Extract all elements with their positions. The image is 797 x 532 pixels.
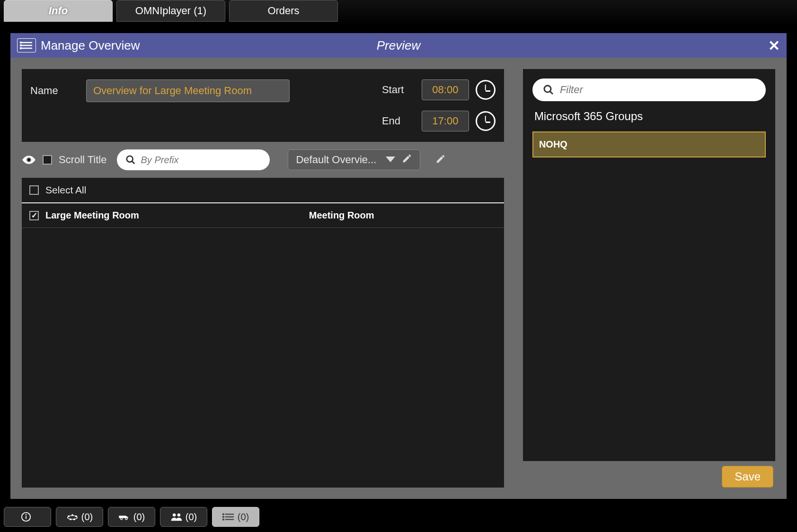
scroll-title-row: Scroll Title Default Overvie... <box>22 148 504 172</box>
eye-icon[interactable] <box>22 153 36 167</box>
bottom-meeting[interactable]: (0) <box>56 507 103 527</box>
right-pane: Microsoft 365 Groups NOHQ Save <box>523 69 775 488</box>
tab-info[interactable]: Info <box>4 0 113 22</box>
svg-point-19 <box>70 518 71 520</box>
template-selected: Default Overvie... <box>296 154 376 166</box>
bottom-info[interactable] <box>4 507 51 527</box>
tab-orders[interactable]: Orders <box>229 0 338 22</box>
pencil-icon[interactable] <box>402 153 412 166</box>
svg-point-7 <box>127 156 133 162</box>
svg-rect-4 <box>20 44 22 46</box>
svg-line-11 <box>550 91 553 94</box>
svg-line-8 <box>132 161 135 164</box>
start-time-input[interactable] <box>422 79 469 100</box>
left-pane: Name Start End <box>22 69 504 488</box>
select-all-row[interactable]: Select All <box>22 178 504 203</box>
scroll-title-label: Scroll Title <box>59 154 106 166</box>
svg-point-16 <box>68 515 70 517</box>
panel-body: Name Start End <box>10 58 787 499</box>
list-item[interactable]: Large Meeting Room Meeting Room <box>22 203 504 228</box>
scroll-title-checkbox[interactable] <box>43 155 52 165</box>
svg-marker-9 <box>386 157 395 162</box>
manage-overview-panel: Manage Overview Preview ✕ Name Start <box>10 33 787 499</box>
name-label: Name <box>30 85 73 97</box>
groups-panel: Microsoft 365 Groups NOHQ <box>523 69 775 461</box>
group-name: NOHQ <box>539 139 567 149</box>
start-label: Start <box>382 84 415 96</box>
svg-point-14 <box>26 514 27 515</box>
list-icon <box>17 38 36 52</box>
end-label: End <box>382 115 415 127</box>
svg-rect-30 <box>222 519 224 521</box>
name-input[interactable] <box>86 79 290 102</box>
bottom-bar: (0) (0) (0) (0) <box>4 506 793 528</box>
filter-input[interactable] <box>560 84 755 96</box>
clock-icon[interactable] <box>476 80 496 100</box>
rooms-list: Select All Large Meeting Room Meeting Ro… <box>22 178 504 488</box>
template-select[interactable]: Default Overvie... <box>288 149 420 170</box>
form-panel: Name Start End <box>22 69 504 142</box>
bottom-people[interactable]: (0) <box>160 507 207 527</box>
top-tabs: Info OMNIplayer (1) Orders <box>0 0 797 26</box>
count: (0) <box>238 512 249 523</box>
svg-point-17 <box>71 514 73 516</box>
close-icon[interactable]: ✕ <box>768 37 780 54</box>
filter-search[interactable] <box>532 78 766 101</box>
save-button[interactable]: Save <box>722 466 773 488</box>
panel-title: Manage Overview <box>41 38 140 53</box>
tab-omniplayer[interactable]: OMNIplayer (1) <box>116 0 225 22</box>
room-type: Meeting Room <box>309 210 374 221</box>
svg-rect-28 <box>222 514 224 515</box>
select-all-checkbox[interactable] <box>29 185 39 195</box>
bottom-transport[interactable]: (0) <box>108 507 155 527</box>
clock-icon[interactable] <box>476 111 496 131</box>
row-checkbox[interactable] <box>29 211 39 220</box>
svg-point-10 <box>544 86 551 92</box>
svg-point-20 <box>73 518 75 520</box>
svg-point-24 <box>177 514 180 517</box>
svg-rect-5 <box>20 47 22 49</box>
tab-label: Orders <box>267 5 299 17</box>
prefix-input[interactable] <box>141 155 261 166</box>
groups-title: Microsoft 365 Groups <box>532 110 766 123</box>
panel-header: Manage Overview Preview ✕ <box>10 33 787 58</box>
count: (0) <box>133 512 145 523</box>
count: (0) <box>81 512 93 523</box>
group-item[interactable]: NOHQ <box>532 131 766 157</box>
room-name: Large Meeting Room <box>45 210 302 221</box>
svg-point-21 <box>120 518 122 520</box>
tab-label: OMNIplayer (1) <box>135 5 206 17</box>
bottom-list[interactable]: (0) <box>212 507 259 527</box>
svg-point-22 <box>125 518 127 520</box>
svg-point-6 <box>28 159 30 161</box>
prefix-search[interactable] <box>117 149 270 170</box>
tab-label: Info <box>49 5 68 17</box>
chevron-down-icon <box>386 154 395 166</box>
pencil-icon[interactable] <box>435 154 446 166</box>
select-all-label: Select All <box>45 184 86 196</box>
svg-rect-3 <box>20 42 22 44</box>
svg-point-18 <box>75 515 77 517</box>
svg-rect-29 <box>222 516 224 518</box>
count: (0) <box>186 512 197 523</box>
svg-point-23 <box>173 514 176 517</box>
panel-preview-label: Preview <box>377 38 420 53</box>
end-time-input[interactable] <box>422 111 469 131</box>
save-label: Save <box>735 470 761 483</box>
